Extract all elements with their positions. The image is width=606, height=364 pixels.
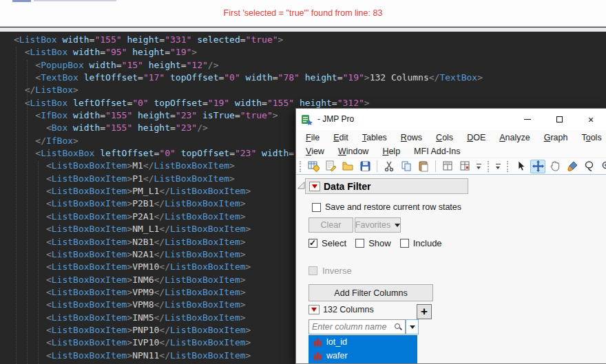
menu-tables[interactable]: Tables xyxy=(355,131,394,144)
red-triangle-menu-icon[interactable] xyxy=(309,182,320,191)
indent-guide xyxy=(27,60,28,364)
indent-guide xyxy=(16,47,17,364)
clear-button[interactable]: Clear xyxy=(309,217,353,233)
chevron-down-icon xyxy=(410,325,415,329)
open-folder-icon[interactable] xyxy=(340,160,355,173)
maximize-button[interactable] xyxy=(543,109,575,130)
add-column-plus-button[interactable]: + xyxy=(417,304,432,319)
column-list-item[interactable]: lot_id xyxy=(309,335,417,349)
menu-bar-row-1: FileEditTablesRowsColsDOEAnalyzeGraphToo… xyxy=(296,130,606,144)
new-script-icon[interactable] xyxy=(323,160,338,173)
toolbar-overflow-icon[interactable] xyxy=(476,162,483,171)
search-placeholder: Enter column name xyxy=(312,322,394,332)
new-data-table-icon[interactable] xyxy=(306,160,321,173)
toolbar-grip[interactable] xyxy=(507,161,510,172)
show-label: Show xyxy=(368,238,391,248)
tab-sliver xyxy=(12,0,31,2)
save-icon[interactable] xyxy=(357,160,373,173)
menu-bar-row-2: ViewWindowHelpMFI Add-Ins xyxy=(296,144,606,158)
journal-icon[interactable] xyxy=(440,160,455,173)
menu-view[interactable]: View xyxy=(299,145,331,158)
toolbar-grip[interactable] xyxy=(488,161,490,172)
save-restore-label: Save and restore current row states xyxy=(325,202,461,212)
search-dropdown-button[interactable] xyxy=(406,319,419,334)
menu-cols[interactable]: Cols xyxy=(429,131,460,144)
select-checkbox[interactable] xyxy=(309,239,317,248)
columns-red-triangle-icon[interactable] xyxy=(309,305,320,314)
indent-guide xyxy=(38,161,39,364)
include-label: Include xyxy=(413,238,442,248)
close-button[interactable]: × xyxy=(575,109,606,130)
toolbar-separator xyxy=(435,160,436,172)
menu-help[interactable]: Help xyxy=(375,145,407,158)
column-list-item[interactable]: wafer xyxy=(309,349,417,363)
toolbar xyxy=(296,158,606,175)
panel-title: Data Filter xyxy=(324,181,370,192)
histogram-icon xyxy=(313,338,322,346)
menu-doe[interactable]: DOE xyxy=(460,131,492,144)
show-checkbox[interactable] xyxy=(355,239,364,248)
inverse-label: Inverse xyxy=(322,266,352,276)
lasso-tool-icon[interactable] xyxy=(582,160,597,173)
menu-graph[interactable]: Graph xyxy=(537,131,575,144)
row-state-checkboxes: Select Show Include xyxy=(309,238,442,248)
data-filter-header: Data Filter xyxy=(305,178,468,194)
screen: <ListBox width="155" height="331" select… xyxy=(0,0,606,364)
jmp-window: - JMP Pro × FileEditTablesRowsColsDOEAna… xyxy=(295,108,606,364)
paste-icon[interactable] xyxy=(416,160,431,173)
toolbar-overflow-icon[interactable] xyxy=(495,162,502,171)
search-icon xyxy=(394,323,402,331)
include-checkbox[interactable] xyxy=(400,239,409,248)
title-bar[interactable]: - JMP Pro × xyxy=(296,109,606,130)
select-label: Select xyxy=(322,238,346,248)
tab-sliver xyxy=(34,0,116,1)
histogram-icon xyxy=(313,352,322,360)
add-filter-columns-button[interactable]: Add Filter Columns xyxy=(309,284,433,301)
menu-analyze[interactable]: Analyze xyxy=(492,131,536,144)
notification-message: First 'selected = "true"' found from lin… xyxy=(0,8,606,18)
notification-bar: First 'selected = "true"' found from lin… xyxy=(0,0,606,27)
toolbar-grip[interactable] xyxy=(300,161,302,172)
window-title: - JMP Pro xyxy=(317,114,354,124)
column-list: lot_id wafer Wafer Number in lot xyxy=(309,335,417,364)
menu-tools[interactable]: Tools xyxy=(574,131,606,144)
columns-count-label: 132 Columns xyxy=(323,305,374,314)
inverse-checkbox xyxy=(309,266,317,275)
selection-arrow-icon[interactable] xyxy=(513,160,528,173)
jmp-app-icon xyxy=(301,114,313,125)
brush-tool-icon[interactable] xyxy=(565,160,580,173)
zoom-in-tool-icon[interactable] xyxy=(599,160,606,173)
toolbar-separator xyxy=(377,160,377,172)
copy-icon[interactable] xyxy=(399,160,414,173)
layout-icon[interactable] xyxy=(457,160,472,173)
grabber-tool-icon[interactable] xyxy=(530,160,545,173)
menu-window[interactable]: Window xyxy=(331,145,375,158)
save-restore-checkbox[interactable] xyxy=(312,203,321,212)
menu-rows[interactable]: Rows xyxy=(394,131,429,144)
data-filter-panel: Data Filter Save and restore current row… xyxy=(296,175,606,363)
menu-file[interactable]: File xyxy=(299,131,326,144)
cut-icon[interactable] xyxy=(382,160,397,173)
menu-edit[interactable]: Edit xyxy=(326,131,355,144)
menu-mfi-add-ins[interactable]: MFI Add-Ins xyxy=(407,145,467,158)
column-search-input[interactable]: Enter column name xyxy=(309,319,406,334)
notification-bar-edge xyxy=(0,28,606,32)
chevron-down-icon xyxy=(395,224,400,227)
minimize-button[interactable] xyxy=(512,109,543,130)
favorites-label: Favorites xyxy=(355,220,390,230)
hand-tool-icon[interactable] xyxy=(547,160,563,173)
favorites-dropdown[interactable]: Favorites xyxy=(355,217,401,233)
